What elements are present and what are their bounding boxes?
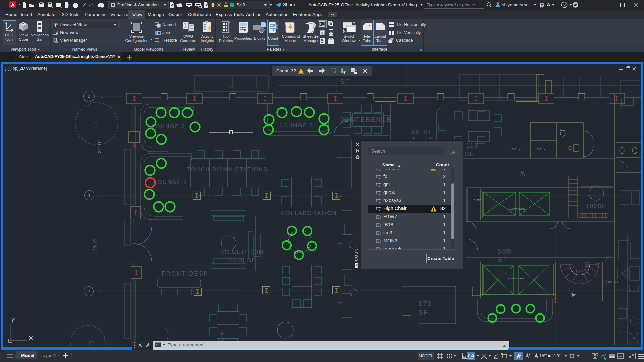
svg-text:1: 1 — [88, 193, 91, 198]
svg-text:2: 2 — [87, 289, 90, 294]
svg-text:11'-1": 11'-1" — [220, 331, 225, 342]
svg-text:SF: SF — [465, 150, 475, 158]
svg-text:170: 170 — [418, 300, 432, 307]
svg-text:DN: DN — [596, 262, 600, 265]
svg-text:LOUNGE 2: LOUNGE 2 — [152, 124, 186, 129]
svg-text:COLLABORATION: COLLABORATION — [281, 210, 337, 216]
svg-text:TOUCH DOWN STATIONS: TOUCH DOWN STATIONS — [187, 167, 268, 172]
svg-text:ELEVATORS: ELEVATORS — [508, 277, 524, 280]
svg-text:118: 118 — [466, 142, 479, 149]
svg-text:500: 500 — [497, 247, 511, 255]
svg-text:21'-11": 21'-11" — [97, 140, 102, 153]
svg-text:LOUNGE 3: LOUNGE 3 — [280, 123, 314, 128]
svg-text:FRONT DESK: FRONT DESK — [162, 270, 208, 277]
svg-text:2650 SF: 2650 SF — [228, 257, 256, 264]
svg-text:ELEC.: ELEC. — [474, 199, 482, 202]
svg-text:SF: SF — [418, 308, 429, 316]
svg-text:PIPE CH.: PIPE CH. — [606, 280, 619, 284]
svg-text:CONFERENCE: CONFERENCE — [339, 116, 392, 123]
svg-text:ELEVATORS: ELEVATORS — [509, 207, 525, 210]
svg-text:LOUNGE 1: LOUNGE 1 — [154, 179, 188, 185]
svg-text:?: ? — [563, 3, 566, 7]
svg-text:100SF: 100SF — [586, 203, 606, 209]
svg-text:RECEPTION: RECEPTION — [222, 248, 264, 255]
svg-text:20'-10": 20'-10" — [93, 238, 97, 251]
svg-text:50 SF: 50 SF — [411, 128, 433, 135]
svg-text:SF: SF — [340, 78, 350, 85]
svg-text:0: 0 — [88, 94, 90, 99]
